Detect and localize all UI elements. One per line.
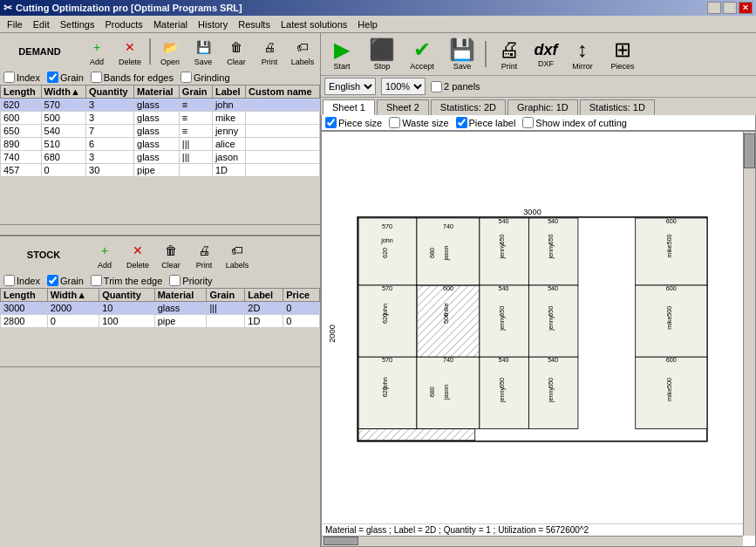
minimize-button[interactable]: _ [707, 2, 721, 14]
demand-open-button[interactable]: 📂 Open [154, 35, 186, 68]
index-checkbox[interactable] [3, 72, 15, 83]
stock-print-button[interactable]: 🖨 Print [188, 238, 220, 271]
stock-index-checkbox[interactable] [3, 275, 15, 286]
menu-edit[interactable]: Edit [28, 17, 55, 31]
stock-labels-button[interactable]: 🏷 Labels [221, 238, 253, 271]
waste-size-check[interactable]: Waste size [389, 117, 448, 128]
demand-cell-custom [245, 164, 319, 177]
stock-add-button[interactable]: + Add [89, 238, 120, 271]
menu-products[interactable]: Products [99, 17, 147, 31]
toolbar-sep2 [485, 41, 487, 67]
piece-size-checkbox[interactable] [325, 117, 337, 128]
start-button[interactable]: ▶ Start [323, 35, 361, 73]
menu-material[interactable]: Material [148, 17, 193, 31]
waste-size-checkbox[interactable] [389, 117, 400, 128]
tab-graphic-1d[interactable]: Graphic: 1D [507, 99, 578, 115]
col-length[interactable]: Length [1, 85, 42, 99]
stock-trim-check[interactable]: Trim the edge [91, 275, 162, 286]
window-controls[interactable]: _ □ ✕ [707, 2, 753, 14]
stock-row[interactable]: 28000100pipe1D0 [1, 315, 320, 328]
menu-history[interactable]: History [193, 17, 233, 31]
col-width[interactable]: Width▲ [41, 85, 86, 99]
demand-row[interactable]: 6505407glass≡jenny [1, 125, 320, 138]
demand-row[interactable]: 6205703glass≡john [1, 99, 320, 112]
demand-add-button[interactable]: + Add [81, 35, 112, 68]
show-index-check[interactable]: Show index of cutting [522, 117, 627, 128]
demand-labels-button[interactable]: 🏷 Labels [287, 35, 318, 68]
stock-row[interactable]: 3000200010glass|||2D0 [1, 302, 320, 315]
vertical-scrollbar[interactable] [743, 132, 755, 536]
demand-clear-button[interactable]: 🗑 Clear [221, 35, 252, 68]
stock-col-length[interactable]: Length [1, 289, 48, 302]
demand-save-button[interactable]: 💾 Save [187, 35, 219, 68]
col-grain[interactable]: Grain [179, 85, 212, 99]
stock-col-grain[interactable]: Grain [207, 289, 245, 302]
svg-text:jenny: jenny [547, 243, 555, 260]
tab-stats-2d[interactable]: Statistics: 2D [431, 99, 506, 115]
menu-latest-solutions[interactable]: Latest solutions [276, 17, 352, 31]
demand-cell-custom [245, 112, 319, 125]
demand-row[interactable]: 457030pipe1D [1, 164, 320, 177]
bands-checkbox[interactable] [91, 72, 102, 83]
grain-checkbox[interactable] [47, 72, 58, 83]
stock-clear-button[interactable]: 🗑 Clear [155, 238, 187, 271]
col-quantity[interactable]: Quantity [86, 85, 134, 99]
col-custom[interactable]: Custom name [245, 85, 319, 99]
stock-hscroll[interactable] [0, 366, 320, 377]
mirror-button[interactable]: ↕ Mirror [563, 35, 602, 73]
stock-col-width[interactable]: Width▲ [47, 289, 99, 302]
piece-label-checkbox[interactable] [456, 117, 467, 128]
demand-row[interactable]: 8905106glass|||alice [1, 138, 320, 151]
show-index-checkbox[interactable] [522, 117, 534, 128]
horizontal-scrollbar[interactable] [322, 536, 743, 546]
vscroll-thumb[interactable] [744, 133, 755, 168]
demand-grain-check[interactable]: Grain [47, 72, 84, 83]
print-button[interactable]: 🖨 Print [490, 35, 528, 73]
stock-trim-checkbox[interactable] [91, 275, 102, 286]
demand-hscroll[interactable] [0, 224, 320, 235]
stock-grain-check[interactable]: Grain [47, 275, 84, 286]
tab-sheet2[interactable]: Sheet 2 [377, 99, 429, 115]
close-button[interactable]: ✕ [739, 2, 753, 14]
stock-col-label[interactable]: Label [245, 289, 283, 302]
piece-size-check[interactable]: Piece size [325, 117, 382, 128]
stock-delete-button[interactable]: ✕ Delete [122, 238, 153, 271]
demand-row[interactable]: 6005003glass≡mike [1, 112, 320, 125]
two-panels-checkbox[interactable] [431, 81, 442, 92]
demand-print-button[interactable]: 🖨 Print [254, 35, 285, 68]
maximize-button[interactable]: □ [723, 2, 737, 14]
stop-button[interactable]: ⬛ Stop [363, 35, 401, 73]
grinding-checkbox[interactable] [180, 72, 192, 83]
stock-col-material[interactable]: Material [154, 289, 207, 302]
demand-row[interactable]: 7406803glass|||jason [1, 151, 320, 164]
menu-help[interactable]: Help [352, 17, 383, 31]
zoom-select[interactable]: 100% [381, 78, 426, 95]
accept-button[interactable]: ✔ Accept [403, 35, 441, 73]
tab-stats-1d[interactable]: Statistics: 1D [580, 99, 655, 115]
stock-index-check[interactable]: Index [3, 275, 40, 286]
demand-delete-button[interactable]: ✕ Delete [114, 35, 146, 68]
demand-index-check[interactable]: Index [3, 72, 40, 83]
two-panels-check[interactable]: 2 panels [431, 81, 480, 92]
add-icon: + [86, 37, 107, 58]
stock-priority-check[interactable]: Priority [169, 275, 212, 286]
stock-grain-checkbox[interactable] [47, 275, 58, 286]
diagram-content: 3000 2000 620 john 570 jason 740 680 [322, 132, 743, 536]
menu-settings[interactable]: Settings [55, 17, 100, 31]
menu-results[interactable]: Results [233, 17, 276, 31]
piece-label-check[interactable]: Piece label [456, 117, 516, 128]
demand-grinding-check[interactable]: Grinding [180, 72, 230, 83]
dxf-button[interactable]: dxf DXF [530, 38, 562, 71]
col-label[interactable]: Label [212, 85, 245, 99]
col-material[interactable]: Material [134, 85, 180, 99]
demand-bands-check[interactable]: Bands for edges [91, 72, 174, 83]
pieces-button[interactable]: ⊞ Pieces [603, 35, 642, 73]
stock-priority-checkbox[interactable] [169, 275, 180, 286]
hscroll-thumb[interactable] [324, 537, 358, 545]
menu-file[interactable]: File [2, 17, 28, 31]
tab-sheet1[interactable]: Sheet 1 [323, 99, 375, 115]
language-select[interactable]: English [324, 78, 376, 95]
save-button[interactable]: 💾 Save [443, 35, 481, 73]
stock-col-quantity[interactable]: Quantity [99, 289, 154, 302]
stock-col-price[interactable]: Price [283, 289, 320, 302]
